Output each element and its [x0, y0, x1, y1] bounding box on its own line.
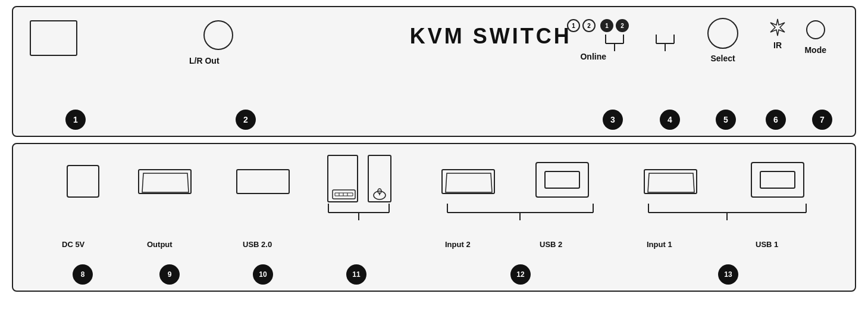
output-port	[138, 169, 192, 194]
indicator-2-open: 2	[582, 19, 596, 32]
usb1-inner-detail	[760, 171, 795, 189]
page-title: KVM SWITCH	[410, 24, 572, 49]
bracket-left	[597, 35, 632, 52]
usb2-label: USB 2	[540, 240, 562, 249]
select-area: Select	[707, 18, 738, 63]
usb20-label: USB 2.0	[243, 240, 272, 249]
input1-usb1-bracket	[625, 204, 834, 221]
filled-circles-row: 1 2	[600, 19, 629, 32]
input2-label: Input 2	[445, 240, 471, 249]
indicator-group-filled: 1 2	[600, 19, 629, 32]
usb20-port	[236, 169, 290, 194]
hdmi-output-detail	[140, 171, 191, 193]
online-label: Online	[580, 52, 606, 61]
badge-13: 13	[718, 264, 738, 285]
hdmi-input2-detail	[443, 171, 494, 193]
ir-area: IR	[767, 17, 788, 50]
usb2-inner-detail	[544, 171, 580, 189]
hdmi-input1-detail	[645, 171, 697, 193]
bracket-right	[648, 35, 682, 52]
badge-9: 9	[159, 264, 180, 285]
ir-icon	[767, 17, 788, 38]
keyboard-icon	[332, 189, 356, 200]
input2-port	[441, 169, 495, 194]
select-label: Select	[710, 54, 735, 63]
output-label: Output	[147, 240, 173, 249]
badge-7: 7	[812, 110, 832, 130]
indicator-1-filled: 1	[600, 19, 613, 32]
mode-button[interactable]	[806, 20, 825, 39]
badge-6: 6	[766, 110, 786, 130]
usb2-port	[535, 162, 589, 198]
badge-8: 8	[73, 264, 93, 285]
bottom-panel: DC 5V 8 Output 9 USB 2.0 10	[12, 143, 856, 292]
online-indicators: 1 2 1 2	[567, 19, 629, 32]
indicator-1-open: 1	[567, 19, 580, 32]
usb1-label: USB 1	[756, 240, 778, 249]
mouse-icon	[372, 188, 387, 200]
svg-rect-8	[333, 190, 355, 199]
badge-5: 5	[716, 110, 736, 130]
badge-4: 4	[660, 110, 680, 130]
badge-2: 2	[236, 110, 256, 130]
top-left-port	[30, 20, 77, 56]
badge-3: 3	[603, 110, 623, 130]
lr-out-label: L/R Out	[189, 56, 220, 65]
mouse-port	[368, 155, 391, 202]
badge-12: 12	[510, 264, 531, 285]
indicator-2-filled: 2	[616, 19, 629, 32]
usb1-port	[751, 162, 804, 198]
input1-port	[644, 169, 697, 194]
open-circles-row: 1 2	[567, 19, 596, 32]
badge-10: 10	[253, 264, 273, 285]
lr-out-circle	[203, 20, 233, 50]
mode-label: Mode	[804, 45, 826, 55]
input1-label: Input 1	[647, 240, 672, 249]
badge-1: 1	[65, 110, 86, 130]
badge-11: 11	[346, 264, 366, 285]
dc5v-label: DC 5V	[62, 240, 84, 249]
indicator-group-open: 1 2	[567, 19, 596, 32]
keyboard-port	[327, 155, 358, 202]
top-panel: L/R Out KVM SWITCH Online 1 2 1 2	[12, 6, 856, 137]
mode-area: Mode	[804, 20, 826, 55]
input2-usb2-bracket	[424, 204, 620, 221]
dc5v-port	[67, 165, 99, 198]
ir-label: IR	[773, 40, 782, 50]
select-button[interactable]	[707, 18, 738, 49]
kb-mouse-bracket	[318, 204, 401, 221]
